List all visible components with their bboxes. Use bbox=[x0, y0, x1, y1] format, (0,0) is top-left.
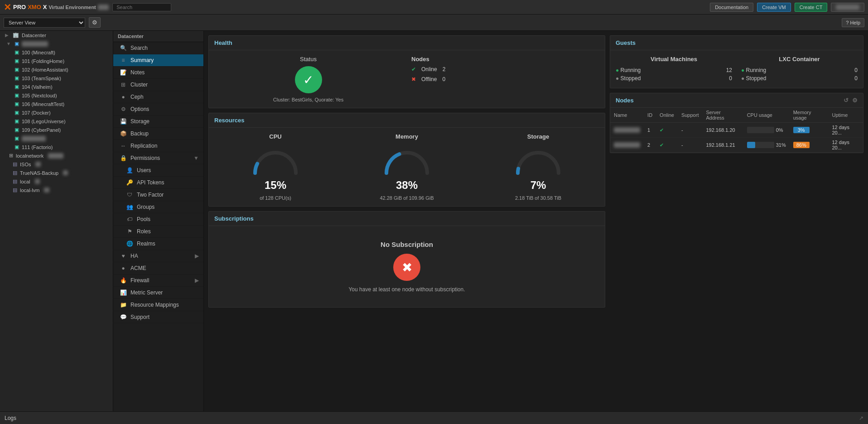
nav-item-storage[interactable]: 💾 Storage bbox=[113, 116, 203, 128]
expand-icon[interactable]: ↗ bbox=[859, 415, 863, 421]
resources-panel-body: CPU 15% of 128 CPU(s) bbox=[209, 128, 605, 206]
create-vm-button[interactable]: Create VM bbox=[757, 3, 791, 12]
nav-item-metric-server[interactable]: 📊 Metric Server bbox=[113, 287, 203, 299]
nav-item-acme[interactable]: ● ACME bbox=[113, 262, 203, 275]
storage-icon: ▤ bbox=[13, 187, 17, 193]
nav-item-support[interactable]: 💬 Support bbox=[113, 311, 203, 323]
nav-item-backup[interactable]: 📦 Backup bbox=[113, 128, 203, 140]
sidebar-item-vm103[interactable]: ▣ 103 (TeamSpeak) bbox=[0, 74, 113, 82]
sidebar-item-truenas[interactable]: ▤ TrueNAS-Backup blr bbox=[0, 169, 113, 177]
nav-item-users[interactable]: 👤 Users bbox=[113, 164, 203, 177]
gear-button[interactable]: ⚙ bbox=[89, 17, 101, 28]
sidebar-item-vm102[interactable]: ▣ 102 (HomeAssistant) bbox=[0, 65, 113, 74]
cpu-label: CPU bbox=[269, 133, 281, 140]
nodes-panel-body: Name ID Online Support Server Address CP… bbox=[610, 108, 863, 153]
settings-icon[interactable]: ⚙ bbox=[852, 97, 858, 104]
storage-percent: 7% bbox=[530, 179, 546, 192]
table-row[interactable]: nodename2 2 ✔ - 192.168.1.21 bbox=[610, 138, 863, 153]
nav-item-cluster[interactable]: ⊞ Cluster bbox=[113, 79, 203, 91]
server-view-select[interactable]: Server View bbox=[4, 18, 85, 28]
vm-icon: ▣ bbox=[14, 135, 19, 141]
vm-icon: ▣ bbox=[14, 67, 19, 72]
refresh-icon[interactable]: ↺ bbox=[844, 97, 849, 104]
subscriptions-panel-header: Subscriptions bbox=[209, 212, 605, 226]
firewall-chevron-icon: ▶ bbox=[195, 277, 199, 284]
vm-stopped-dot: ● bbox=[616, 75, 621, 82]
sidebar-item-vm100[interactable]: ▣ 100 (Minecraft) bbox=[0, 48, 113, 57]
nav-item-search[interactable]: 🔍 Search bbox=[113, 42, 203, 54]
memory-gauge bbox=[380, 144, 434, 175]
vm-icon: ▣ bbox=[14, 127, 19, 133]
vm-icon: ▣ bbox=[14, 75, 19, 81]
health-panel: Health Status ✓ Cluster: BestGirls, Quor… bbox=[208, 35, 605, 108]
node2-support: - bbox=[678, 138, 703, 153]
sidebar-item-local[interactable]: ▤ local blr bbox=[0, 177, 113, 186]
no-subscription-title: No Subscription bbox=[381, 241, 433, 248]
help-button[interactable]: ? Help bbox=[842, 18, 864, 27]
nav-item-notes[interactable]: 📝 Notes bbox=[113, 67, 203, 79]
api-tokens-icon: 🔑 bbox=[126, 179, 133, 186]
guests-panel-body: Virtual Machines ● Running 12 ● Stopped … bbox=[610, 50, 863, 88]
vm-icon: ▣ bbox=[14, 92, 19, 98]
nodes-panel-title: Nodes bbox=[616, 97, 634, 104]
documentation-button[interactable]: Documentation bbox=[710, 3, 753, 12]
sidebar-item-local-lvm[interactable]: ▤ local-lvm blr bbox=[0, 186, 113, 194]
create-ct-button[interactable]: Create CT bbox=[795, 3, 828, 12]
nav-item-roles[interactable]: ⚑ Roles bbox=[113, 226, 203, 238]
sidebar-item-vm111[interactable]: ▣ 111 (Factorio) bbox=[0, 143, 113, 151]
lxc-stopped-dot: ● bbox=[741, 75, 746, 82]
nav-item-summary[interactable]: ≡ Summary bbox=[113, 54, 203, 67]
col-mem-usage: Memory usage bbox=[790, 108, 829, 123]
nav-item-realms[interactable]: 🌐 Realms bbox=[113, 238, 203, 250]
table-row[interactable]: nodename1 1 ✔ - 192.168.1.20 bbox=[610, 123, 863, 138]
sidebar-item-localnetwork[interactable]: ⊞ localnetwork blurred bbox=[0, 151, 113, 160]
nav-item-firewall[interactable]: 🔥 Firewall ▶ bbox=[113, 275, 203, 287]
resource-mappings-icon: 📁 bbox=[120, 302, 127, 308]
logo-mox: XMO bbox=[28, 4, 41, 10]
vm-icon: ▣ bbox=[14, 110, 19, 116]
nav-item-groups[interactable]: 👥 Groups bbox=[113, 201, 203, 213]
sidebar-item-vm107[interactable]: ▣ 107 (Docker) bbox=[0, 108, 113, 117]
vm-running-label: Running bbox=[621, 67, 641, 73]
notes-icon: 📝 bbox=[120, 69, 127, 76]
nav-item-resource-mappings[interactable]: 📁 Resource Mappings bbox=[113, 299, 203, 311]
sidebar-item-vm106[interactable]: ▣ 106 (MinecraftTest) bbox=[0, 100, 113, 108]
resources-panel: Resources CPU 15% bbox=[208, 113, 605, 207]
left-content: Health Status ✓ Cluster: BestGirls, Quor… bbox=[208, 35, 605, 308]
chevron-down-icon: ▼ bbox=[193, 155, 199, 161]
sidebar-item-vm104[interactable]: ▣ 104 (Valheim) bbox=[0, 82, 113, 91]
nav-item-replication[interactable]: ↔ Replication bbox=[113, 140, 203, 152]
groups-icon: 👥 bbox=[126, 204, 133, 210]
network-icon: ⊞ bbox=[9, 153, 13, 159]
sidebar-item-vm101[interactable]: ▣ 101 (FoldingHome) bbox=[0, 57, 113, 65]
nav-item-pools[interactable]: 🏷 Pools bbox=[113, 213, 203, 226]
node2-address: 192.168.1.21 bbox=[702, 138, 743, 153]
storage-gauge bbox=[511, 144, 565, 175]
user-button[interactable]: root@pam bbox=[831, 3, 864, 12]
nav-item-permissions[interactable]: 🔒 Permissions ▼ bbox=[113, 152, 203, 164]
sidebar-item-isos[interactable]: ▤ ISOs blr bbox=[0, 160, 113, 169]
nav-item-api-tokens[interactable]: 🔑 API Tokens bbox=[113, 177, 203, 189]
nav-item-two-factor[interactable]: 🛡 Two Factor bbox=[113, 189, 203, 201]
sidebar-item-node1[interactable]: ▼ ▣ node1name bbox=[0, 39, 113, 48]
sidebar-item-vm110[interactable]: ▣ 110blurred bbox=[0, 134, 113, 143]
nav-item-ceph[interactable]: ● Ceph bbox=[113, 91, 203, 103]
vm-icon: ▣ bbox=[14, 58, 19, 64]
health-status-section: Status ✓ Cluster: BestGirls, Quorate: Ye… bbox=[214, 56, 402, 102]
online-count: 2 bbox=[443, 66, 446, 72]
ha-icon: ♥ bbox=[120, 253, 127, 259]
nodes-panel-header: Nodes ↺ ⚙ bbox=[610, 93, 863, 108]
online-check-icon: ✔ bbox=[411, 66, 416, 72]
sidebar-item-vm105[interactable]: ▣ 105 (Nextcloud) bbox=[0, 91, 113, 100]
sidebar-item-vm108[interactable]: ▣ 108 (LegoUniverse) bbox=[0, 117, 113, 125]
sidebar-item-vm109[interactable]: ▣ 109 (CyberPanel) bbox=[0, 125, 113, 134]
vm-running-row: ● Running 12 bbox=[616, 66, 732, 74]
node1-mem-cell: 3% bbox=[790, 123, 829, 138]
roles-icon: ⚑ bbox=[126, 228, 133, 235]
sidebar-item-datacenter[interactable]: ▶ 🏢 Datacenter bbox=[0, 31, 113, 39]
nav-item-ha[interactable]: ♥ HA ▶ bbox=[113, 250, 203, 262]
topbar-search-input[interactable] bbox=[112, 3, 171, 11]
node1-support: - bbox=[678, 123, 703, 138]
col-address: Server Address bbox=[702, 108, 743, 123]
nav-item-options[interactable]: ⚙ Options bbox=[113, 103, 203, 116]
